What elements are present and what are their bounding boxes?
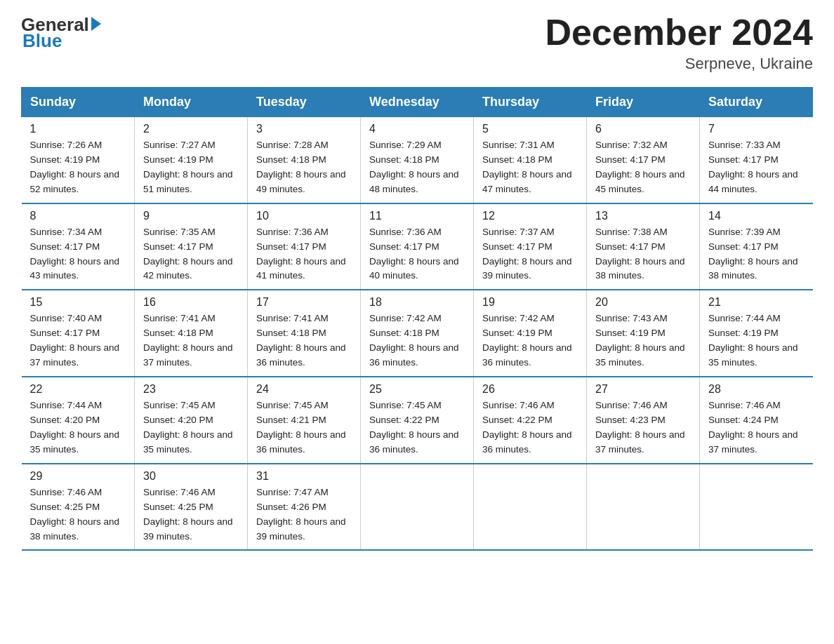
- day-info: Sunrise: 7:40 AMSunset: 4:17 PMDaylight:…: [30, 311, 126, 370]
- day-info: Sunrise: 7:46 AMSunset: 4:24 PMDaylight:…: [708, 398, 805, 457]
- month-title: December 2024: [545, 14, 813, 51]
- day-cell: 28Sunrise: 7:46 AMSunset: 4:24 PMDayligh…: [700, 377, 813, 464]
- day-cell: 20Sunrise: 7:43 AMSunset: 4:19 PMDayligh…: [587, 290, 700, 377]
- logo: General Blue: [21, 14, 101, 52]
- day-info: Sunrise: 7:35 AMSunset: 4:17 PMDaylight:…: [143, 225, 239, 284]
- day-number: 28: [708, 383, 805, 396]
- day-info: Sunrise: 7:45 AMSunset: 4:22 PMDaylight:…: [369, 398, 465, 457]
- header-sunday: Sunday: [22, 88, 135, 117]
- day-number: 10: [256, 210, 352, 222]
- day-info: Sunrise: 7:41 AMSunset: 4:18 PMDaylight:…: [256, 311, 352, 370]
- day-cell: [474, 464, 587, 551]
- calendar-table: SundayMondayTuesdayWednesdayThursdayFrid…: [21, 87, 813, 551]
- day-cell: 8Sunrise: 7:34 AMSunset: 4:17 PMDaylight…: [22, 203, 135, 290]
- day-number: 1: [30, 123, 126, 135]
- day-number: 13: [595, 210, 691, 222]
- day-number: 24: [256, 383, 352, 396]
- day-cell: 31Sunrise: 7:47 AMSunset: 4:26 PMDayligh…: [248, 464, 361, 551]
- day-number: 21: [708, 296, 805, 309]
- week-row-3: 15Sunrise: 7:40 AMSunset: 4:17 PMDayligh…: [22, 290, 813, 377]
- header-monday: Monday: [135, 88, 248, 117]
- day-info: Sunrise: 7:26 AMSunset: 4:19 PMDaylight:…: [30, 138, 126, 197]
- day-number: 7: [708, 123, 805, 135]
- week-row-1: 1Sunrise: 7:26 AMSunset: 4:19 PMDaylight…: [22, 117, 813, 203]
- day-info: Sunrise: 7:32 AMSunset: 4:17 PMDaylight:…: [595, 138, 691, 197]
- logo-blue-text: Blue: [22, 30, 62, 52]
- day-number: 17: [256, 296, 352, 309]
- day-cell: [587, 464, 700, 551]
- day-number: 16: [143, 296, 239, 309]
- day-cell: 11Sunrise: 7:36 AMSunset: 4:17 PMDayligh…: [361, 203, 474, 290]
- day-number: 4: [369, 123, 465, 135]
- day-number: 19: [482, 296, 578, 309]
- day-cell: 18Sunrise: 7:42 AMSunset: 4:18 PMDayligh…: [361, 290, 474, 377]
- day-cell: 27Sunrise: 7:46 AMSunset: 4:23 PMDayligh…: [587, 377, 700, 464]
- week-row-2: 8Sunrise: 7:34 AMSunset: 4:17 PMDaylight…: [22, 203, 813, 290]
- day-cell: 24Sunrise: 7:45 AMSunset: 4:21 PMDayligh…: [248, 377, 361, 464]
- day-info: Sunrise: 7:46 AMSunset: 4:25 PMDaylight:…: [143, 485, 239, 544]
- week-row-5: 29Sunrise: 7:46 AMSunset: 4:25 PMDayligh…: [22, 464, 813, 551]
- day-number: 3: [256, 123, 352, 135]
- day-cell: 13Sunrise: 7:38 AMSunset: 4:17 PMDayligh…: [587, 203, 700, 290]
- day-cell: 10Sunrise: 7:36 AMSunset: 4:17 PMDayligh…: [248, 203, 361, 290]
- day-info: Sunrise: 7:34 AMSunset: 4:17 PMDaylight:…: [30, 225, 126, 284]
- day-cell: 7Sunrise: 7:33 AMSunset: 4:17 PMDaylight…: [700, 117, 813, 203]
- day-info: Sunrise: 7:33 AMSunset: 4:17 PMDaylight:…: [708, 138, 805, 197]
- day-info: Sunrise: 7:31 AMSunset: 4:18 PMDaylight:…: [482, 138, 578, 197]
- day-cell: 9Sunrise: 7:35 AMSunset: 4:17 PMDaylight…: [135, 203, 248, 290]
- day-info: Sunrise: 7:45 AMSunset: 4:21 PMDaylight:…: [256, 398, 352, 457]
- day-number: 22: [30, 383, 126, 396]
- location: Serpneve, Ukraine: [545, 55, 813, 73]
- day-number: 27: [595, 383, 691, 396]
- day-info: Sunrise: 7:43 AMSunset: 4:19 PMDaylight:…: [595, 311, 691, 370]
- day-number: 2: [143, 123, 239, 135]
- day-cell: 26Sunrise: 7:46 AMSunset: 4:22 PMDayligh…: [474, 377, 587, 464]
- day-info: Sunrise: 7:47 AMSunset: 4:26 PMDaylight:…: [256, 485, 352, 544]
- day-info: Sunrise: 7:39 AMSunset: 4:17 PMDaylight:…: [708, 225, 805, 284]
- day-info: Sunrise: 7:27 AMSunset: 4:19 PMDaylight:…: [143, 138, 239, 197]
- day-number: 9: [143, 210, 239, 222]
- day-number: 23: [143, 383, 239, 396]
- header-tuesday: Tuesday: [248, 88, 361, 117]
- day-number: 26: [482, 383, 578, 396]
- day-cell: 22Sunrise: 7:44 AMSunset: 4:20 PMDayligh…: [22, 377, 135, 464]
- day-number: 20: [595, 296, 691, 309]
- day-number: 15: [30, 296, 126, 309]
- day-info: Sunrise: 7:36 AMSunset: 4:17 PMDaylight:…: [256, 225, 352, 284]
- day-info: Sunrise: 7:46 AMSunset: 4:22 PMDaylight:…: [482, 398, 578, 457]
- day-cell: [700, 464, 813, 551]
- day-info: Sunrise: 7:38 AMSunset: 4:17 PMDaylight:…: [595, 225, 691, 284]
- day-info: Sunrise: 7:45 AMSunset: 4:20 PMDaylight:…: [143, 398, 239, 457]
- day-number: 12: [482, 210, 578, 222]
- day-info: Sunrise: 7:44 AMSunset: 4:20 PMDaylight:…: [30, 398, 126, 457]
- day-info: Sunrise: 7:44 AMSunset: 4:19 PMDaylight:…: [708, 311, 805, 370]
- day-info: Sunrise: 7:28 AMSunset: 4:18 PMDaylight:…: [256, 138, 352, 197]
- title-block: December 2024 Serpneve, Ukraine: [545, 14, 813, 73]
- day-number: 14: [708, 210, 805, 222]
- day-cell: 14Sunrise: 7:39 AMSunset: 4:17 PMDayligh…: [700, 203, 813, 290]
- day-cell: 29Sunrise: 7:46 AMSunset: 4:25 PMDayligh…: [22, 464, 135, 551]
- day-cell: 3Sunrise: 7:28 AMSunset: 4:18 PMDaylight…: [248, 117, 361, 203]
- day-number: 25: [369, 383, 465, 396]
- day-number: 29: [30, 470, 126, 483]
- day-info: Sunrise: 7:29 AMSunset: 4:18 PMDaylight:…: [369, 138, 465, 197]
- header-wednesday: Wednesday: [361, 88, 474, 117]
- day-cell: 16Sunrise: 7:41 AMSunset: 4:18 PMDayligh…: [135, 290, 248, 377]
- day-number: 31: [256, 470, 352, 483]
- day-cell: 15Sunrise: 7:40 AMSunset: 4:17 PMDayligh…: [22, 290, 135, 377]
- day-cell: [361, 464, 474, 551]
- day-cell: 2Sunrise: 7:27 AMSunset: 4:19 PMDaylight…: [135, 117, 248, 203]
- day-info: Sunrise: 7:36 AMSunset: 4:17 PMDaylight:…: [369, 225, 465, 284]
- day-number: 11: [369, 210, 465, 222]
- day-cell: 17Sunrise: 7:41 AMSunset: 4:18 PMDayligh…: [248, 290, 361, 377]
- day-cell: 1Sunrise: 7:26 AMSunset: 4:19 PMDaylight…: [22, 117, 135, 203]
- day-info: Sunrise: 7:46 AMSunset: 4:23 PMDaylight:…: [595, 398, 691, 457]
- day-number: 5: [482, 123, 578, 135]
- day-cell: 25Sunrise: 7:45 AMSunset: 4:22 PMDayligh…: [361, 377, 474, 464]
- week-row-4: 22Sunrise: 7:44 AMSunset: 4:20 PMDayligh…: [22, 377, 813, 464]
- day-info: Sunrise: 7:46 AMSunset: 4:25 PMDaylight:…: [30, 485, 126, 544]
- day-cell: 21Sunrise: 7:44 AMSunset: 4:19 PMDayligh…: [700, 290, 813, 377]
- day-number: 8: [30, 210, 126, 222]
- day-number: 6: [595, 123, 691, 135]
- day-info: Sunrise: 7:42 AMSunset: 4:18 PMDaylight:…: [369, 311, 465, 370]
